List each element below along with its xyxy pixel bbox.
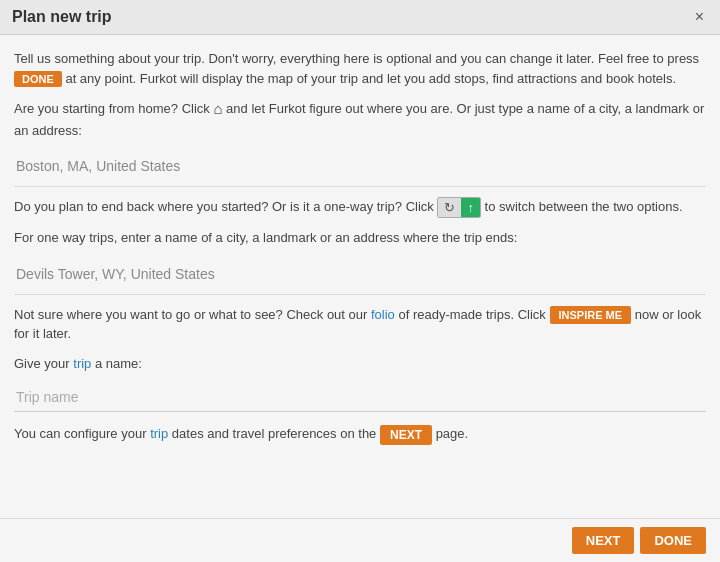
- footer-next-button[interactable]: NEXT: [572, 527, 635, 554]
- modal-title: Plan new trip: [12, 8, 112, 26]
- end-label-text: For one way trips, enter a name of a cit…: [14, 230, 517, 245]
- trip-name-label-text: Give your: [14, 356, 70, 371]
- toggle-group: ↻ ↑: [437, 197, 481, 218]
- start-location-row: Boston, MA, United States: [14, 150, 706, 187]
- oneway-text-after: to switch between the two options.: [485, 199, 683, 214]
- folio-link[interactable]: folio: [371, 307, 395, 322]
- next-inline-button[interactable]: NEXT: [380, 425, 432, 445]
- next-text-middle: dates and travel preferences on the: [172, 426, 377, 441]
- home-text-before: Are you starting from home? Click: [14, 101, 210, 116]
- trip-link[interactable]: trip: [150, 426, 168, 441]
- end-location-value[interactable]: Devils Tower, WY, United States: [14, 262, 706, 286]
- intro-text-2: at any point. Furkot will display the ma…: [65, 71, 676, 86]
- trip-name-label2: a name:: [95, 356, 142, 371]
- intro-paragraph: Tell us something about your trip. Don't…: [14, 49, 706, 88]
- plan-trip-modal: Plan new trip × Tell us something about …: [0, 0, 720, 562]
- modal-header: Plan new trip ×: [0, 0, 720, 35]
- trip-name-link[interactable]: trip: [73, 356, 91, 371]
- footer-done-button[interactable]: DONE: [640, 527, 706, 554]
- toggle-loop-button[interactable]: ↻: [438, 198, 461, 217]
- oneway-paragraph: Do you plan to end back where you starte…: [14, 197, 706, 218]
- home-icon[interactable]: ⌂: [213, 98, 222, 121]
- start-location-value[interactable]: Boston, MA, United States: [14, 154, 706, 178]
- trip-name-label: Give your trip a name:: [14, 354, 706, 374]
- close-button[interactable]: ×: [691, 8, 708, 26]
- next-text-before: You can configure your: [14, 426, 147, 441]
- end-location-row: Devils Tower, WY, United States: [14, 258, 706, 295]
- trip-name-input[interactable]: [14, 383, 706, 412]
- inspire-text-before: Not sure where you want to go or what to…: [14, 307, 367, 322]
- toggle-oneway-button[interactable]: ↑: [461, 198, 480, 217]
- inspire-text-middle: of ready-made trips. Click: [398, 307, 545, 322]
- next-page-paragraph: You can configure your trip dates and tr…: [14, 424, 706, 445]
- inspire-me-button[interactable]: INSPIRE ME: [550, 306, 632, 324]
- intro-text-1: Tell us something about your trip. Don't…: [14, 51, 699, 66]
- next-text-after: page.: [436, 426, 469, 441]
- done-inline-button[interactable]: DONE: [14, 71, 62, 87]
- oneway-text-before: Do you plan to end back where you starte…: [14, 199, 434, 214]
- end-label-paragraph: For one way trips, enter a name of a cit…: [14, 228, 706, 248]
- modal-body: Tell us something about your trip. Don't…: [0, 35, 720, 518]
- home-paragraph: Are you starting from home? Click ⌂ and …: [14, 98, 706, 140]
- modal-footer: NEXT DONE: [0, 518, 720, 562]
- inspire-paragraph: Not sure where you want to go or what to…: [14, 305, 706, 344]
